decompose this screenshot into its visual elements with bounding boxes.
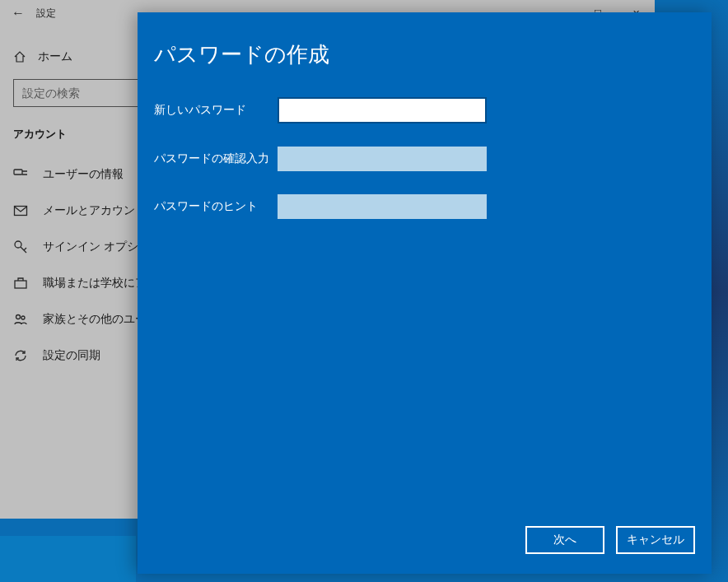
password-hint-label: パスワードのヒント [154,199,278,214]
home-icon [13,50,26,63]
svg-rect-0 [14,170,22,175]
svg-point-4 [16,315,21,319]
next-button[interactable]: 次へ [525,526,604,554]
confirm-password-label: パスワードの確認入力 [154,151,278,166]
dialog-title: パスワードの作成 [154,40,695,69]
password-hint-row: パスワードのヒント [154,194,695,219]
sidebar-item-label: 設定の同期 [43,348,100,363]
cancel-button[interactable]: キャンセル [616,526,695,554]
svg-rect-3 [15,281,26,288]
user-icon [13,167,28,182]
new-password-label: 新しいパスワード [154,103,278,118]
desktop-background [712,0,728,582]
sidebar-item-label: ユーザーの情報 [43,167,124,182]
mail-icon [13,203,28,218]
back-button[interactable]: ← [0,6,36,21]
taskbar [0,536,136,582]
confirm-password-input[interactable] [278,147,487,171]
home-label: ホーム [38,49,72,64]
svg-point-2 [15,241,21,248]
create-password-dialog: パスワードの作成 新しいパスワード パスワードの確認入力 パスワードのヒント 次… [138,12,712,574]
window-title: 設定 [36,7,56,21]
sidebar-item-label: メールとアカウント [43,203,147,218]
people-icon [13,312,28,327]
dialog-body: パスワードの作成 新しいパスワード パスワードの確認入力 パスワードのヒント [138,12,712,511]
password-hint-input[interactable] [278,194,487,219]
svg-point-5 [21,316,25,319]
key-icon [13,240,28,254]
new-password-input[interactable] [278,97,487,123]
new-password-row: 新しいパスワード [154,97,695,123]
sync-icon [13,348,28,363]
dialog-footer: 次へ キャンセル [138,511,712,574]
confirm-password-row: パスワードの確認入力 [154,147,695,171]
briefcase-icon [13,276,28,291]
